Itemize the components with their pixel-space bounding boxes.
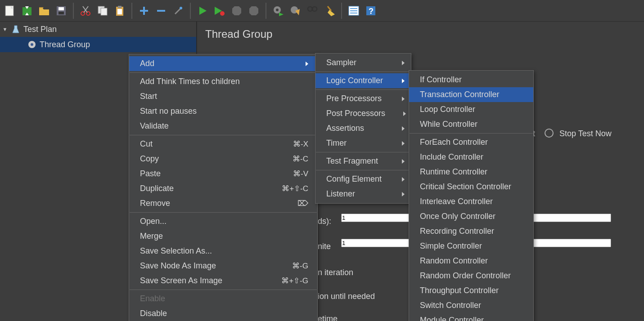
logic-throughput-controller[interactable]: Throughput Controller	[409, 283, 533, 298]
logic-runtime-controller[interactable]: Runtime Controller	[409, 165, 533, 179]
menu-save-selection[interactable]: Save Selection As...	[129, 244, 317, 259]
menu-copy[interactable]: Copy⌘-C	[129, 152, 317, 166]
submenu-arrow-icon	[402, 61, 405, 65]
ramp-label-partial: ds):	[318, 217, 331, 226]
plus-icon[interactable]	[136, 3, 152, 19]
logic-include-controller[interactable]: Include Controller	[409, 150, 533, 165]
menu-merge[interactable]: Merge	[129, 229, 317, 244]
svg-rect-15	[117, 9, 122, 14]
menu-enable: Enable	[129, 291, 317, 306]
broom-icon[interactable]	[321, 3, 338, 19]
submenu-assertions[interactable]: Assertions	[315, 121, 411, 136]
logic-foreach-controller[interactable]: ForEach Controller	[409, 135, 533, 150]
paste-icon[interactable]	[112, 3, 128, 19]
submenu-sampler[interactable]: Sampler	[315, 55, 411, 70]
menu-paste[interactable]: Paste⌘-V	[129, 166, 317, 181]
open-icon[interactable]	[36, 3, 52, 19]
submenu-arrow-icon	[402, 192, 405, 196]
editor-title: Thread Group	[205, 28, 636, 40]
logic-recording-controller[interactable]: Recording Controller	[409, 224, 533, 239]
submenu-post-processors[interactable]: Post Processors	[315, 106, 411, 121]
context-menu: Add Add Think Times to children Start St…	[129, 54, 318, 321]
submenu-timer[interactable]: Timer	[315, 136, 411, 151]
svg-marker-24	[232, 6, 241, 15]
submenu-arrow-icon	[402, 159, 405, 164]
menu-add[interactable]: Add	[129, 56, 317, 71]
svg-rect-14	[118, 6, 122, 8]
submenu-arrow-icon	[402, 97, 405, 101]
menu-duplicate[interactable]: Duplicate⌘+⇧-C	[129, 181, 317, 196]
cut-icon[interactable]	[77, 3, 94, 19]
menu-disable[interactable]: Disable	[129, 306, 317, 321]
new-icon[interactable]	[2, 3, 18, 19]
submenu-pre-processors[interactable]: Pre Processors	[315, 91, 411, 106]
submenu-arrow-icon	[402, 79, 405, 83]
submenu-arrow-icon	[306, 62, 308, 66]
svg-marker-35	[328, 10, 335, 16]
svg-point-43	[31, 43, 33, 46]
shutdown-icon[interactable]	[246, 3, 262, 19]
wand-icon[interactable]	[170, 3, 186, 19]
logic-module-controller[interactable]: Module Controller	[409, 313, 533, 321]
logic-critical-section-controller[interactable]: Critical Section Controller	[409, 179, 533, 194]
logic-random-controller[interactable]: Random Controller	[409, 254, 533, 268]
copy-icon[interactable]	[95, 3, 111, 19]
svg-marker-21	[199, 7, 207, 15]
menu-add-think-times[interactable]: Add Think Times to children	[129, 74, 317, 89]
delay-partial: ion until needed	[318, 292, 375, 301]
svg-point-27	[276, 9, 279, 11]
svg-line-19	[175, 9, 180, 14]
scheduler-partial: etime	[318, 314, 338, 321]
menu-start[interactable]: Start	[129, 89, 317, 104]
tree-expand-icon[interactable]: ▼	[2, 27, 8, 32]
svg-point-20	[180, 7, 182, 9]
menu-start-no-pauses[interactable]: Start no pauses	[129, 104, 317, 119]
submenu-listener[interactable]: Listener	[315, 187, 411, 201]
svg-point-23	[220, 11, 225, 16]
menu-validate[interactable]: Validate	[129, 119, 317, 134]
logic-random-order-controller[interactable]: Random Order Controller	[409, 268, 533, 283]
run-icon[interactable]	[194, 3, 211, 19]
flask-icon	[11, 24, 21, 34]
search-icon[interactable]	[304, 3, 320, 19]
svg-text:?: ?	[369, 7, 374, 16]
submenu-arrow-icon	[402, 177, 405, 182]
stop-test-now-label: Stop Test Now	[559, 129, 612, 138]
logic-once-only-controller[interactable]: Once Only Controller	[409, 209, 533, 224]
gear-icon	[27, 40, 37, 49]
logic-while-controller[interactable]: While Controller	[409, 117, 533, 132]
stop-test-now-radio[interactable]	[545, 129, 554, 138]
gear-clear-icon[interactable]	[287, 3, 303, 19]
svg-rect-5	[59, 7, 64, 10]
logic-switch-controller[interactable]: Switch Controller	[409, 298, 533, 313]
logic-loop-controller[interactable]: Loop Controller	[409, 102, 533, 117]
menu-remove[interactable]: Remove⌦	[129, 196, 317, 211]
menu-open[interactable]: Open...	[129, 214, 317, 229]
tree-row-thread-group[interactable]: Thread Group	[0, 37, 196, 52]
svg-marker-25	[249, 6, 258, 15]
submenu-config-element[interactable]: Config Element	[315, 172, 411, 187]
options-icon[interactable]	[346, 3, 362, 19]
stop-icon[interactable]	[229, 3, 245, 19]
save-icon[interactable]	[53, 3, 69, 19]
gear-run-icon[interactable]	[270, 3, 286, 19]
logic-transaction-controller[interactable]: Transaction Controller	[409, 87, 533, 102]
menu-cut[interactable]: Cut⌘-X	[129, 137, 317, 152]
same-user-partial: n iteration	[318, 268, 353, 277]
main-toolbar: ?	[0, 0, 644, 22]
tree-row-test-plan[interactable]: ▼ Test Plan	[0, 22, 196, 37]
menu-save-screen-image[interactable]: Save Screen As Image⌘+⇧-G	[129, 273, 317, 288]
menu-save-node-image[interactable]: Save Node As Image⌘-G	[129, 259, 317, 273]
help-icon[interactable]: ?	[363, 3, 379, 19]
submenu-logic-controller[interactable]: Logic Controller	[315, 73, 411, 88]
minus-icon[interactable]	[153, 3, 169, 19]
submenu-arrow-icon	[402, 126, 405, 131]
templates-icon[interactable]	[19, 3, 35, 19]
run-no-pause-icon[interactable]	[212, 3, 228, 19]
logic-interleave-controller[interactable]: Interleave Controller	[409, 194, 533, 209]
logic-simple-controller[interactable]: Simple Controller	[409, 239, 533, 254]
submenu-test-fragment[interactable]: Test Fragment	[315, 154, 411, 169]
logic-if-controller[interactable]: If Controller	[409, 72, 533, 87]
loop-label-partial: nite	[318, 242, 331, 251]
tree-label-thread-group: Thread Group	[40, 40, 90, 49]
